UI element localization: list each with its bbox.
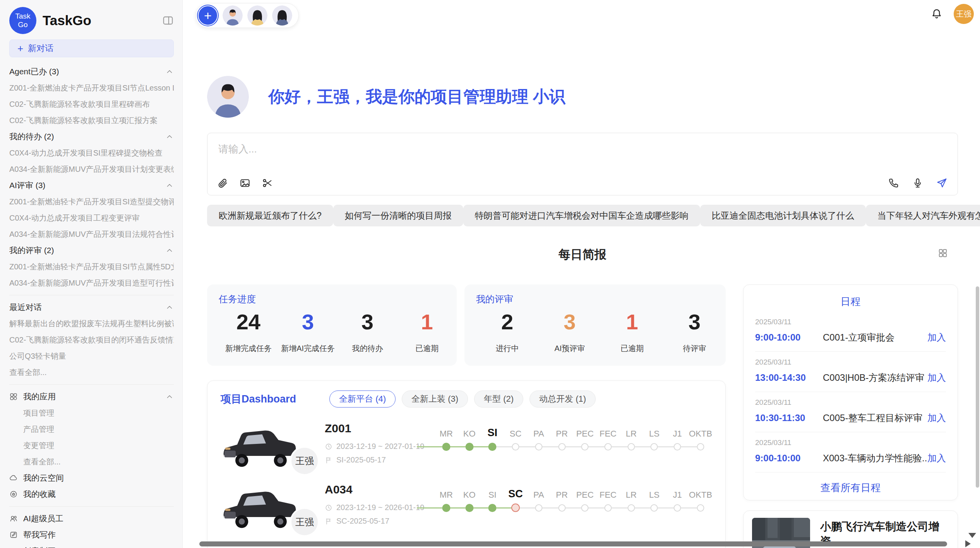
- milestone: FEC: [596, 485, 620, 515]
- sidebar-item[interactable]: 解释最新出台的欧盟报废车法规再生塑料比例被调至15%...: [9, 315, 174, 332]
- milestone: J1: [666, 485, 689, 515]
- assistant-avatar: [207, 76, 249, 118]
- horizontal-scrollbar[interactable]: [199, 541, 947, 546]
- project-flag: SI-2025-05-17: [325, 456, 429, 464]
- layout-grid-icon[interactable]: [938, 248, 948, 258]
- milestone-dot: [627, 504, 635, 512]
- milestone-label: LR: [620, 424, 643, 439]
- sidebar-item[interactable]: Z001-全新燃油轻卡产品开发项目SI节点属性5D文件评审: [9, 259, 174, 275]
- sidebar-app-item[interactable]: 项目管理: [9, 405, 174, 421]
- notification-bell-icon[interactable]: [930, 8, 943, 20]
- schedule-join-link[interactable]: 加入: [927, 412, 946, 424]
- sidebar-item[interactable]: A034-全新新能源MUV产品开发项目计划变更表编写: [9, 161, 174, 177]
- schedule-item: 2025/03/119:00-10:00C001-立项审批会加入: [755, 312, 946, 352]
- phone-icon[interactable]: [888, 177, 899, 189]
- milestone-label: KO: [458, 485, 481, 500]
- schedule-line: 9:00-10:00C001-立项审批会加入: [755, 331, 946, 344]
- sidebar-app-item[interactable]: 变更管理: [9, 437, 174, 454]
- greeting-text: 你好，王强，我是你的项目管理助理 小识: [268, 86, 565, 108]
- schedule-line: 9:00-10:00X003-车辆动力学性能验...加入: [755, 452, 946, 464]
- schedule-line: 13:00-14:30C003|H0B-方案冻结评审加入: [755, 372, 946, 384]
- view-all-schedule-link[interactable]: 查看所有日程: [755, 473, 946, 503]
- stat-value: 3: [338, 310, 397, 334]
- assistant-avatar-1[interactable]: [223, 5, 243, 26]
- milestone: SC: [504, 485, 527, 515]
- add-assistant-button[interactable]: +: [198, 5, 218, 26]
- sidebar-item[interactable]: A034-全新新能源MUV产品开发项目造型可行性评审: [9, 275, 174, 291]
- dashboard-tab[interactable]: 年型 (2): [474, 390, 523, 408]
- sidebar-item-star[interactable]: 我的收藏: [9, 486, 174, 502]
- sidebar-section-header[interactable]: Agent已办 (3): [9, 63, 174, 80]
- sidebar-app-item[interactable]: 产品管理: [9, 421, 174, 437]
- sidebar-item[interactable]: 查看全部...: [9, 364, 174, 380]
- schedule-join-link[interactable]: 加入: [927, 331, 946, 344]
- chevron-up-icon: [165, 132, 174, 141]
- schedule-time: 10:30-11:30: [755, 413, 823, 423]
- milestone: LS: [643, 485, 666, 515]
- schedule-card: 日程 2025/03/119:00-10:00C001-立项审批会加入2025/…: [743, 284, 958, 500]
- sidebar-item[interactable]: C02-飞腾新能源轻客改款项目里程碑画布: [9, 96, 174, 112]
- chevron-up-icon: [165, 67, 174, 76]
- microphone-icon[interactable]: [912, 177, 923, 189]
- dashboard-tab[interactable]: 全新上装 (3): [402, 390, 468, 408]
- sidebar-item[interactable]: C0X4-动力总成开发项目工程变更评审: [9, 210, 174, 226]
- sidebar-item[interactable]: A034-全新新能源MUV产品开发项目法规符合性评审: [9, 226, 174, 242]
- milestone-dot: [605, 443, 612, 450]
- assistant-switcher: +: [195, 3, 299, 28]
- sidebar-collapse-icon[interactable]: [162, 15, 174, 26]
- milestone-label: PEC: [573, 424, 596, 439]
- sidebar-item[interactable]: C0X4-动力总成开发项目SI里程碑提交物检查: [9, 145, 174, 161]
- scroll-down-arrow[interactable]: [968, 533, 976, 538]
- scroll-right-arrow[interactable]: [965, 540, 971, 547]
- schedule-join-link[interactable]: 加入: [927, 372, 946, 384]
- stat: 1已逾期: [397, 310, 457, 354]
- flag-icon: [325, 517, 332, 525]
- sidebar-item-label: 我的云空间: [23, 473, 64, 483]
- sidebar-item[interactable]: Z001-全新燃油皮卡产品开发项目SI节点Lesson Learn报告: [9, 80, 174, 96]
- sidebar-item[interactable]: Z001-全新燃油轻卡产品开发项目SI造型提交物评审: [9, 194, 174, 210]
- sidebar-section-header[interactable]: 最近对话: [9, 299, 174, 315]
- image-icon[interactable]: [239, 177, 251, 189]
- stat-value: 3: [663, 310, 726, 334]
- sidebar-item[interactable]: 公司Q3轻卡销量: [9, 348, 174, 364]
- dashboard-tab[interactable]: 动总开发 (1): [529, 390, 596, 408]
- user-avatar[interactable]: 王强: [954, 4, 974, 24]
- milestone-label: PR: [550, 424, 574, 439]
- sidebar-item[interactable]: C02-飞腾新能源轻客改款项目的闭环通告反馈情况: [9, 332, 174, 348]
- schedule-join-link[interactable]: 加入: [927, 452, 946, 464]
- sidebar-section-header[interactable]: 我的待办 (2): [9, 128, 174, 145]
- sidebar-tool-write[interactable]: 帮我写作: [9, 527, 174, 543]
- vertical-scrollbar[interactable]: [976, 286, 979, 488]
- suggestion-chip[interactable]: 当下年轻人对汽车外观有怎样的喜好趋势: [866, 205, 980, 226]
- suggestion-chip[interactable]: 特朗普可能对进口汽车增税会对中国车企造成哪些影响: [463, 205, 700, 226]
- assistant-avatar-2[interactable]: [247, 5, 267, 26]
- milestone-dot: [511, 503, 520, 512]
- sidebar-section-header[interactable]: 我的应用: [9, 389, 174, 405]
- milestone-dot: [697, 443, 704, 450]
- stat-label: 新增AI完成任务: [278, 343, 338, 354]
- chat-input[interactable]: [218, 142, 947, 169]
- new-chat-button[interactable]: + 新对话: [9, 39, 174, 57]
- sidebar-tool-pen[interactable]: 创意制图: [9, 543, 174, 548]
- assistant-avatar-3[interactable]: [272, 5, 292, 26]
- milestone: LR: [620, 485, 643, 515]
- scissors-icon[interactable]: [262, 177, 273, 189]
- sidebar-app-item[interactable]: 查看全部...: [9, 454, 174, 470]
- send-icon[interactable]: [936, 177, 947, 189]
- dashboard-tab[interactable]: 全新平台 (4): [329, 390, 396, 408]
- sidebar-section-header[interactable]: 我的评审 (2): [9, 242, 174, 259]
- sidebar-tool-users[interactable]: AI超级员工: [9, 510, 174, 527]
- schedule-time: 9:00-10:00: [755, 332, 823, 343]
- milestone-label: OKTB: [689, 424, 712, 439]
- sidebar-section-header[interactable]: AI评审 (3): [9, 177, 174, 194]
- project-row: 王强A0342023-12-19 ~ 2026-01-19SC-2025-05-…: [221, 482, 712, 540]
- schedule-item: 2025/03/119:00-10:00X003-车辆动力学性能验...加入: [755, 432, 946, 473]
- suggestion-chip[interactable]: 如何写一份清晰的项目周报: [333, 205, 463, 226]
- sidebar-item-cloud[interactable]: 我的云空间: [9, 470, 174, 486]
- project-name: Z001: [325, 422, 429, 435]
- sidebar-item[interactable]: C02-飞腾新能源轻客改款项目立项汇报方案: [9, 112, 174, 128]
- suggestion-chip[interactable]: 欧洲新规最近颁布了什么?: [207, 205, 333, 226]
- suggestion-chip[interactable]: 比亚迪全固态电池计划具体说了什么: [700, 205, 866, 226]
- schedule-date: 2025/03/11: [755, 438, 946, 447]
- attachment-icon[interactable]: [217, 177, 228, 189]
